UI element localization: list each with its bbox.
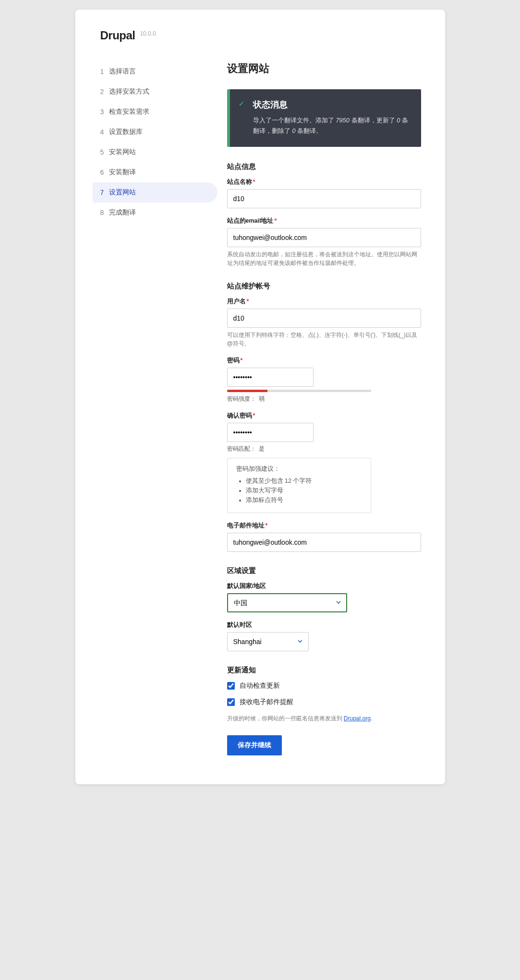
status-title: 状态消息 xyxy=(253,99,411,110)
username-input[interactable] xyxy=(227,309,421,328)
install-steps-nav: 1选择语言2选择安装方式3检查安装需求4设置数据库5安装网站6安装翻译7设置网站… xyxy=(93,61,227,755)
step-item-2: 2选择安装方式 xyxy=(93,82,227,102)
email-label: 电子邮件地址* xyxy=(227,522,421,530)
step-item-3: 3检查安装需求 xyxy=(93,102,227,122)
suggestion-item: 添加大写字母 xyxy=(246,487,362,495)
email-alert-checkbox[interactable] xyxy=(227,698,235,706)
status-body: 导入了一个翻译文件。添加了 7950 条翻译，更新了 0 条翻译，删除了 0 条… xyxy=(253,115,411,136)
section-updates: 更新通知 xyxy=(227,666,421,675)
country-select[interactable]: 中国 xyxy=(227,593,347,612)
step-item-5: 5安装网站 xyxy=(93,142,227,162)
section-site-info: 站点信息 xyxy=(227,162,421,171)
suggestion-item: 使其至少包含 12 个字符 xyxy=(246,477,362,485)
email-input[interactable] xyxy=(227,533,421,552)
step-item-1: 1选择语言 xyxy=(93,61,227,82)
auto-update-label: 自动检查更新 xyxy=(240,681,280,690)
suggestion-item: 添加标点符号 xyxy=(246,496,362,504)
section-region: 区域设置 xyxy=(227,566,421,575)
password-match-text: 密码匹配： 是 xyxy=(227,445,421,453)
password-strength-bar xyxy=(227,390,371,392)
email-alert-label: 接收电子邮件提醒 xyxy=(240,698,293,706)
password-confirm-input[interactable] xyxy=(227,423,314,442)
site-email-input[interactable] xyxy=(227,228,421,247)
password-label: 密码* xyxy=(227,357,421,365)
password-confirm-label: 确认密码* xyxy=(227,412,421,420)
auto-update-checkbox[interactable] xyxy=(227,682,235,690)
password-strength-text: 密码强度： 弱 xyxy=(227,395,421,403)
site-email-label: 站点的email地址* xyxy=(227,217,421,225)
brand-name: Drupal xyxy=(100,29,135,42)
update-note: 升级的时候，你网站的一些匿名信息将发送到 Drupal.org. xyxy=(227,714,421,723)
password-input[interactable] xyxy=(227,368,314,387)
check-icon: ✓ xyxy=(239,100,244,108)
step-item-6: 6安装翻译 xyxy=(93,162,227,182)
username-desc: 可以使用下列特殊字符：空格、点(.)、连字符(-)、单引号(')、下划线(_)以… xyxy=(227,331,421,348)
status-message: ✓ 状态消息 导入了一个翻译文件。添加了 7950 条翻译，更新了 0 条翻译，… xyxy=(227,89,421,147)
site-email-desc: 系统自动发出的电邮，如注册信息，将会被送到这个地址。使用您以网站网址为结尾的地址… xyxy=(227,250,421,267)
step-item-4: 4设置数据库 xyxy=(93,122,227,142)
timezone-select[interactable]: Shanghai xyxy=(227,632,309,651)
save-continue-button[interactable]: 保存并继续 xyxy=(227,735,282,755)
username-label: 用户名* xyxy=(227,298,421,306)
drupal-org-link[interactable]: Drupal.org xyxy=(344,715,371,722)
section-maint: 站点维护帐号 xyxy=(227,282,421,291)
page-title: 设置网站 xyxy=(227,61,421,76)
country-label: 默认国家/地区 xyxy=(227,582,421,590)
brand-version: 10.0.0 xyxy=(140,30,156,37)
site-name-input[interactable] xyxy=(227,189,421,208)
password-suggestions: 密码加强建议： 使其至少包含 12 个字符添加大写字母添加标点符号 xyxy=(227,458,371,513)
step-item-8: 8完成翻译 xyxy=(93,203,227,223)
brand-header: Drupal 10.0.0 xyxy=(93,29,421,42)
site-name-label: 站点名称* xyxy=(227,178,421,186)
timezone-label: 默认时区 xyxy=(227,621,421,629)
step-item-7: 7设置网站 xyxy=(93,182,218,203)
